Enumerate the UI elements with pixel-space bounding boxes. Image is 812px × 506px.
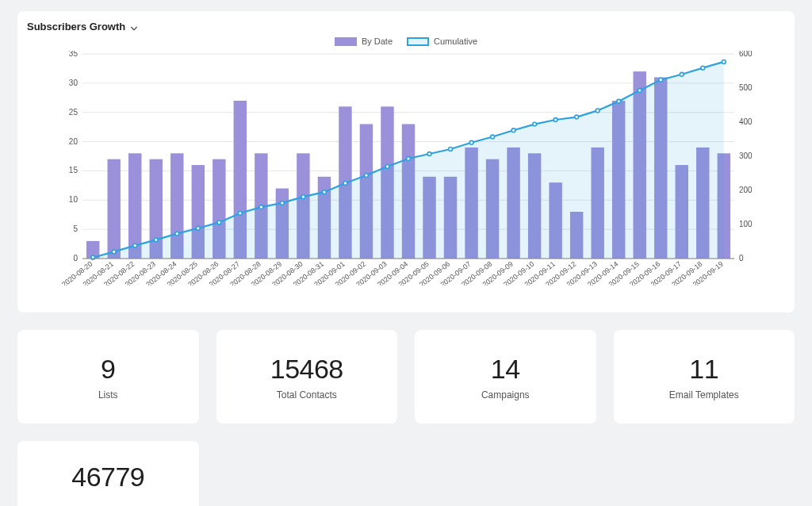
- stat-label: Lists: [98, 389, 118, 401]
- stat-card-email-templates[interactable]: 11 Email Templates: [614, 330, 795, 424]
- cumulative-point: [617, 99, 621, 103]
- stat-label: Campaigns: [481, 389, 530, 401]
- stat-label: Total Contacts: [277, 389, 337, 401]
- cumulative-point: [427, 152, 431, 156]
- subscribers-growth-card: Subscribers Growth By Date Cumulative 05…: [17, 11, 795, 312]
- stat-value: 15468: [270, 354, 343, 385]
- cumulative-point: [575, 115, 579, 119]
- cumulative-point: [491, 135, 495, 139]
- svg-text:20: 20: [69, 137, 79, 146]
- cumulative-point: [323, 190, 327, 194]
- cumulative-point: [112, 250, 116, 254]
- cumulative-point: [469, 140, 473, 144]
- stat-card-unknown[interactable]: 46779: [17, 441, 199, 506]
- svg-text:10: 10: [69, 195, 79, 204]
- cumulative-point: [407, 157, 411, 161]
- cumulative-point: [533, 122, 537, 126]
- svg-text:300: 300: [739, 151, 753, 160]
- svg-text:500: 500: [739, 83, 753, 92]
- stats-row-1: 9 Lists 15468 Total Contacts 14 Campaign…: [17, 330, 795, 424]
- cumulative-point: [154, 238, 158, 242]
- stat-value: 11: [689, 354, 718, 385]
- cumulative-point: [385, 165, 389, 169]
- cumulative-point: [638, 89, 642, 93]
- chart-title: Subscribers Growth: [27, 21, 125, 33]
- cumulative-point: [701, 66, 705, 70]
- svg-text:5: 5: [73, 224, 78, 233]
- cumulative-point: [175, 232, 179, 236]
- legend-item-by-date[interactable]: By Date: [335, 36, 393, 46]
- legend-label: Cumulative: [434, 36, 477, 46]
- stat-card-campaigns[interactable]: 14 Campaigns: [415, 330, 596, 424]
- stat-card-total-contacts[interactable]: 15468 Total Contacts: [216, 330, 398, 424]
- legend-item-cumulative[interactable]: Cumulative: [407, 36, 477, 46]
- svg-text:0: 0: [73, 254, 78, 263]
- cumulative-point: [343, 182, 347, 186]
- cumulative-point: [217, 220, 221, 224]
- svg-text:30: 30: [69, 79, 79, 87]
- svg-text:0: 0: [739, 254, 744, 263]
- cumulative-point: [301, 195, 305, 199]
- cumulative-point: [659, 78, 663, 82]
- stat-label: Email Templates: [669, 389, 739, 401]
- bar: [107, 159, 120, 259]
- cumulative-point: [196, 226, 200, 230]
- cumulative-point: [280, 201, 284, 205]
- stat-card-lists[interactable]: 9 Lists: [17, 330, 199, 424]
- cumulative-point: [365, 174, 369, 178]
- cumulative-point: [596, 109, 599, 113]
- svg-text:35: 35: [69, 51, 79, 58]
- svg-text:600: 600: [739, 51, 753, 58]
- cumulative-point: [259, 205, 263, 209]
- chart-title-dropdown[interactable]: Subscribers Growth: [27, 21, 138, 33]
- cumulative-point: [722, 59, 726, 63]
- legend-label: By Date: [362, 36, 393, 46]
- cumulative-point: [680, 72, 684, 76]
- legend-swatch-line: [407, 37, 429, 46]
- stats-row-2: 46779: [17, 441, 795, 506]
- svg-text:15: 15: [69, 166, 79, 174]
- bar: [128, 153, 141, 259]
- cumulative-point: [511, 128, 515, 132]
- cumulative-point: [133, 243, 137, 247]
- cumulative-point: [238, 211, 242, 215]
- cumulative-point: [449, 148, 453, 151]
- dashboard-page: Subscribers Growth By Date Cumulative 05…: [0, 0, 812, 506]
- stat-value: 9: [101, 354, 115, 385]
- cumulative-point: [553, 118, 557, 122]
- svg-text:200: 200: [739, 186, 753, 194]
- chart-legend: By Date Cumulative: [17, 36, 795, 46]
- svg-text:100: 100: [739, 220, 753, 228]
- svg-text:25: 25: [69, 108, 79, 117]
- svg-text:400: 400: [739, 117, 753, 126]
- chevron-down-icon: [130, 23, 138, 31]
- stat-value: 14: [491, 354, 520, 385]
- legend-swatch-bar: [335, 37, 357, 46]
- stat-value: 46779: [71, 462, 144, 493]
- chart-plot-area: 0510152025303501002003004005006002020-08…: [60, 51, 756, 286]
